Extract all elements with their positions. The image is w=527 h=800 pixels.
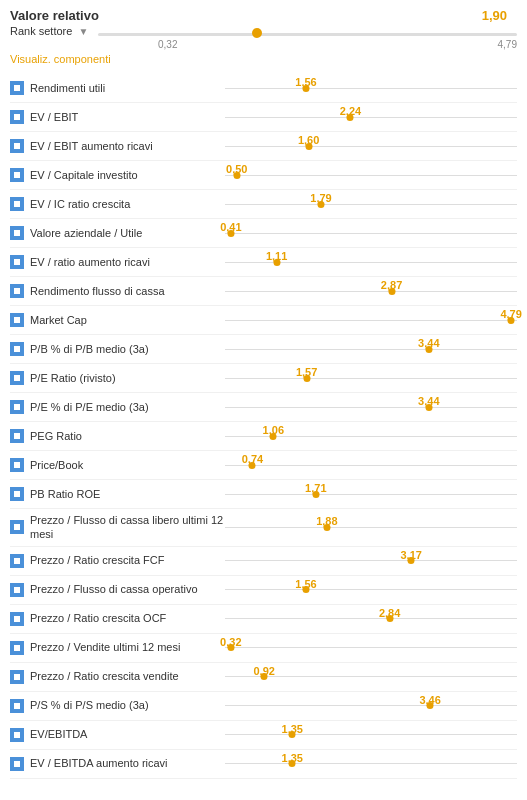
bar-container: 3,44 (225, 397, 517, 417)
item-checkbox[interactable] (10, 583, 24, 597)
bar-value-label: 2,87 (381, 279, 402, 291)
bar-track (225, 734, 517, 735)
range-min: 0,32 (158, 39, 177, 50)
bar-container: 0,41 (225, 223, 517, 243)
item-checkbox[interactable] (10, 255, 24, 269)
item-checkbox[interactable] (10, 487, 24, 501)
item-checkbox[interactable] (10, 284, 24, 298)
slider-dot (252, 28, 262, 38)
bar-value-label: 2,84 (379, 607, 400, 619)
bar-value-label: 1,35 (282, 752, 303, 764)
list-item[interactable]: EV / EBIT2,24 (10, 103, 517, 132)
item-label: Prezzo / Flusso di cassa operativo (30, 582, 225, 596)
list-item[interactable]: EV/EBITDA1,35 (10, 721, 517, 750)
list-item[interactable]: PB Ratio ROE1,71 (10, 480, 517, 509)
list-item[interactable]: Prezzo / Ratio crescita vendite0,92 (10, 663, 517, 692)
bar-value-label: 1,79 (310, 192, 331, 204)
list-item[interactable]: P/E % di P/E medio (3a)3,44 (10, 393, 517, 422)
list-item[interactable]: P/B % di P/B medio (3a)3,44 (10, 335, 517, 364)
list-item[interactable]: Rendimento flusso di cassa2,87 (10, 277, 517, 306)
bar-value-label: 1,56 (295, 578, 316, 590)
item-checkbox[interactable] (10, 641, 24, 655)
bar-track (225, 88, 517, 89)
bar-track (225, 291, 517, 292)
bar-track (225, 618, 517, 619)
bar-value-label: 0,50 (226, 163, 247, 175)
bar-track (225, 320, 517, 321)
list-item[interactable]: EV / Capitale investito0,50 (10, 161, 517, 190)
item-checkbox[interactable] (10, 81, 24, 95)
item-label: EV / Capitale investito (30, 168, 225, 182)
bar-track (225, 494, 517, 495)
list-item[interactable]: EV / EBITDA aumento ricavi1,35 (10, 750, 517, 779)
item-checkbox[interactable] (10, 197, 24, 211)
item-checkbox[interactable] (10, 371, 24, 385)
list-item[interactable]: Prezzo / Vendite ultimi 12 mesi0,32 (10, 634, 517, 663)
list-item[interactable]: Prezzo / Ratio crescita OCF2,84 (10, 605, 517, 634)
slider-track (98, 33, 517, 36)
list-item[interactable]: Prezzo / Flusso di cassa libero ultimi 1… (10, 509, 517, 547)
list-item[interactable]: P/S % di P/S medio (3a)3,46 (10, 692, 517, 721)
item-checkbox[interactable] (10, 342, 24, 356)
item-checkbox[interactable] (10, 757, 24, 771)
item-checkbox[interactable] (10, 400, 24, 414)
item-checkbox[interactable] (10, 699, 24, 713)
bar-track (225, 589, 517, 590)
chevron-down-icon[interactable]: ▼ (78, 26, 88, 37)
visualiz-link[interactable]: Visualiz. componenti (10, 52, 517, 66)
bar-container: 3,17 (225, 551, 517, 571)
item-label: Prezzo / Flusso di cassa libero ultimi 1… (30, 513, 225, 542)
range-labels: 0,32 4,79 (158, 39, 517, 50)
bar-value-label: 4,79 (500, 308, 521, 320)
item-label: P/S % di P/S medio (3a) (30, 698, 225, 712)
bar-value-label: 1,06 (263, 424, 284, 436)
bar-value-label: 1,35 (282, 723, 303, 735)
rank-label: Rank settore (10, 25, 72, 37)
list-item[interactable]: Prezzo / Flusso di cassa operativo1,56 (10, 576, 517, 605)
range-max: 4,79 (498, 39, 517, 50)
list-item[interactable]: Prezzo / Ratio crescita FCF3,17 (10, 547, 517, 576)
list-item[interactable]: Rendimenti utili1,56 (10, 74, 517, 103)
bar-track (225, 407, 517, 408)
bar-track (225, 117, 517, 118)
item-checkbox[interactable] (10, 313, 24, 327)
item-label: EV / EBITDA aumento ricavi (30, 756, 225, 770)
bar-container: 3,44 (225, 339, 517, 359)
bar-container: 4,79 (225, 310, 517, 330)
item-checkbox[interactable] (10, 110, 24, 124)
bar-track (225, 527, 517, 528)
list-item[interactable]: Price/Book0,74 (10, 451, 517, 480)
bar-track (225, 465, 517, 466)
item-label: EV / EBIT aumento ricavi (30, 139, 225, 153)
bar-container: 0,32 (225, 638, 517, 658)
bar-value-label: 1,71 (305, 482, 326, 494)
list-item[interactable]: Market Cap4,79 (10, 306, 517, 335)
list-item[interactable]: EV / ratio aumento ricavi1,11 (10, 248, 517, 277)
item-checkbox[interactable] (10, 458, 24, 472)
item-checkbox[interactable] (10, 728, 24, 742)
item-label: EV/EBITDA (30, 727, 225, 741)
item-checkbox[interactable] (10, 554, 24, 568)
bar-container: 0,50 (225, 165, 517, 185)
bar-track (225, 233, 517, 234)
list-item[interactable]: EV / IC ratio crescita1,79 (10, 190, 517, 219)
list-item[interactable]: EV / EBIT aumento ricavi1,60 (10, 132, 517, 161)
list-item[interactable]: Valore aziendale / Utile0,41 (10, 219, 517, 248)
list-item[interactable]: PEG Ratio1,06 (10, 422, 517, 451)
item-checkbox[interactable] (10, 612, 24, 626)
item-checkbox[interactable] (10, 429, 24, 443)
item-checkbox[interactable] (10, 226, 24, 240)
items-list: Rendimenti utili1,56EV / EBIT2,24EV / EB… (10, 74, 517, 779)
main-value: 1,90 (482, 8, 507, 23)
bar-track (225, 146, 517, 147)
list-item[interactable]: P/E Ratio (rivisto)1,57 (10, 364, 517, 393)
bar-value-label: 1,57 (296, 366, 317, 378)
item-checkbox[interactable] (10, 520, 24, 534)
item-checkbox[interactable] (10, 139, 24, 153)
item-checkbox[interactable] (10, 670, 24, 684)
bar-value-label: 1,88 (316, 515, 337, 527)
bar-track (225, 204, 517, 205)
bar-value-label: 0,41 (220, 221, 241, 233)
rank-row: Rank settore ▼ (10, 25, 517, 37)
item-checkbox[interactable] (10, 168, 24, 182)
